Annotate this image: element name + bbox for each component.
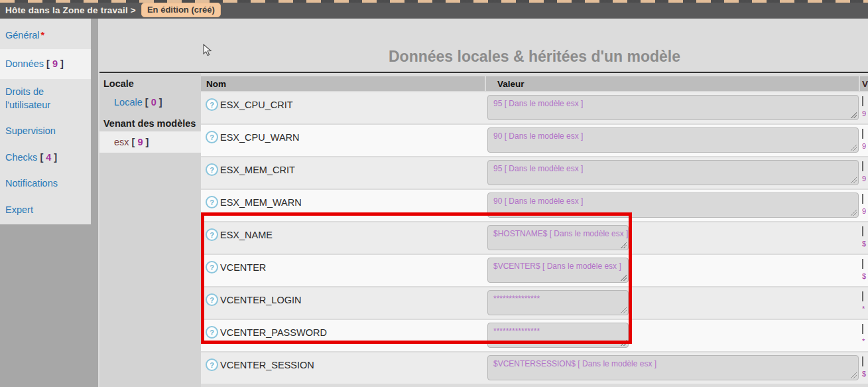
inherited-value-cell-clipped: 9 [860, 157, 868, 189]
data-source-panel: LocaleLocale [ 0 ]Venant des modèlesesx … [99, 73, 201, 387]
item-label: Droits de l'utilisateur [5, 86, 50, 110]
value-textarea[interactable]: 95 [ Dans le modèle esx ] [487, 160, 859, 185]
item-count: 9 [52, 58, 58, 69]
clipped-textarea-edge [862, 161, 863, 171]
inherited-value-cell-clipped: 9 [860, 125, 868, 156]
page-title: Données locales & héritées d'un modèle [201, 48, 868, 66]
main-content: Données locales & héritées d'un modèle N… [201, 19, 868, 387]
clipped-inherited-value: * [862, 337, 865, 345]
item-label: Locale [114, 97, 143, 108]
clipped-inherited-value: 9 [862, 207, 866, 215]
resize-grip-icon[interactable] [850, 144, 857, 151]
variable-name: ESX_MEM_WARN [220, 197, 302, 208]
column-header-valeur: Valeur [486, 76, 859, 91]
breadcrumb: Hôte dans la Zone de travail > [5, 5, 136, 15]
item-label: Données [5, 58, 44, 69]
resize-grip-icon[interactable] [620, 339, 627, 346]
item-count: [ [143, 97, 151, 108]
sidebar-item-notifications[interactable]: Notifications [0, 171, 91, 197]
clipped-textarea-edge [862, 324, 863, 334]
clipped-textarea-edge [862, 291, 863, 301]
variable-name: ESX_NAME [220, 230, 273, 240]
item-count: ] [58, 58, 64, 69]
value-textarea[interactable]: $HOSTNAME$ [ Dans le modèle esx ] [487, 225, 629, 250]
panel-section-header: Locale [99, 73, 201, 92]
item-count: 9 [137, 137, 143, 147]
sidebar-item-checks[interactable]: Checks [ 4 ] [0, 145, 91, 171]
column-header-nom: Nom [201, 76, 485, 91]
help-icon[interactable]: ? [206, 163, 218, 176]
clipped-inherited-value: * [862, 305, 865, 313]
clipped-inherited-value: 9 [862, 110, 866, 117]
help-icon[interactable]: ? [206, 196, 218, 208]
resize-grip-icon[interactable] [620, 307, 627, 313]
item-count: ] [51, 152, 57, 163]
resize-grip-icon[interactable] [850, 209, 857, 216]
value-textarea[interactable]: *************** [487, 323, 629, 348]
sidebar-item-expert[interactable]: Expert [0, 197, 91, 224]
item-count: [ [44, 58, 52, 69]
panel-item-locale[interactable]: Locale [ 0 ] [99, 92, 201, 113]
item-label: Notifications [5, 178, 58, 189]
clipped-textarea-edge [862, 194, 863, 204]
clipped-inherited-value: $ [862, 240, 866, 248]
variable-table: ?ESX_CPU_CRIT95 [ Dans le modèle esx ]9?… [201, 92, 868, 385]
inherited-value-cell-clipped: 9 [860, 190, 868, 221]
sidebar: Général*Données [ 9 ]Droits de l'utilisa… [0, 19, 91, 224]
inherited-value-cell-clipped: $ [860, 222, 868, 254]
top-bar: Hôte dans la Zone de travail > En éditio… [0, 0, 868, 19]
help-icon[interactable]: ? [206, 326, 218, 339]
resize-grip-icon[interactable] [850, 372, 857, 378]
status-badge: En édition (créé) [141, 3, 221, 17]
help-icon[interactable]: ? [206, 98, 218, 111]
clipped-textarea-edge [862, 356, 863, 366]
resize-grip-icon[interactable] [850, 177, 857, 183]
help-icon[interactable]: ? [206, 261, 218, 273]
sidebar-item-donnees[interactable]: Données [ 9 ] [0, 49, 91, 80]
resize-grip-icon[interactable] [620, 274, 627, 281]
clipped-inherited-value: 9 [862, 175, 866, 183]
clipped-textarea-edge [862, 226, 863, 236]
sidebar-item-supervision[interactable]: Supervision [0, 118, 91, 145]
clipped-inherited-value: 9 [862, 142, 866, 150]
value-textarea[interactable]: *************** [487, 290, 629, 315]
item-count: ] [156, 97, 162, 108]
table-row: ?VCENTER_LOGIN**************** [201, 287, 868, 319]
item-label: Général [5, 30, 40, 40]
item-label: esx [114, 137, 129, 147]
value-textarea[interactable]: 90 [ Dans le modèle esx ] [487, 127, 859, 153]
value-textarea[interactable]: $VCENTERSESSION$ [ Dans le modèle esx ] [487, 355, 859, 380]
panel-item-esx[interactable]: esx [ 9 ] [99, 131, 201, 153]
sidebar-item-general[interactable]: Général* [0, 23, 91, 49]
variable-name: VCENTER [220, 262, 266, 273]
help-icon[interactable]: ? [206, 131, 218, 143]
value-textarea[interactable]: 90 [ Dans le modèle esx ] [487, 193, 859, 218]
clipped-inherited-value: $ [862, 370, 866, 378]
variable-name: VCENTER_PASSWORD [220, 327, 327, 338]
app-window: Hôte dans la Zone de travail > En éditio… [0, 0, 868, 387]
value-textarea[interactable]: $VCENTER$ [ Dans le modèle esx ] [487, 258, 629, 283]
sidebar-item-droits[interactable]: Droits de l'utilisateur [0, 79, 91, 118]
table-row: ?ESX_NAME$HOSTNAME$ [ Dans le modèle esx… [201, 222, 868, 254]
table-row: ?VCENTER$VCENTER$ [ Dans le modèle esx ]… [201, 255, 868, 286]
help-icon[interactable]: ? [206, 228, 218, 241]
resize-grip-icon[interactable] [850, 112, 857, 118]
item-count: [ [129, 137, 138, 147]
value-textarea[interactable]: 95 [ Dans le modèle esx ] [487, 95, 859, 120]
required-asterisk: * [41, 30, 45, 40]
clipped-textarea-edge [862, 96, 863, 106]
table-row: ?ESX_CPU_CRIT95 [ Dans le modèle esx ]9 [201, 92, 868, 123]
column-header-clipped: V [860, 76, 868, 91]
inherited-value-cell-clipped: * [860, 287, 868, 319]
resize-grip-icon[interactable] [620, 242, 627, 248]
table-header: Nom Valeur V [201, 76, 868, 91]
variable-name: ESX_MEM_CRIT [220, 165, 295, 175]
help-icon[interactable]: ? [206, 293, 218, 306]
variable-name: VCENTER_SESSION [220, 360, 314, 370]
clipped-textarea-edge [862, 129, 863, 139]
item-count: [ [37, 152, 46, 163]
variable-name: VCENTER_LOGIN [220, 295, 301, 305]
help-icon[interactable]: ? [206, 358, 218, 371]
inherited-value-cell-clipped: * [860, 320, 868, 351]
table-row: ?VCENTER_PASSWORD**************** [201, 320, 868, 351]
